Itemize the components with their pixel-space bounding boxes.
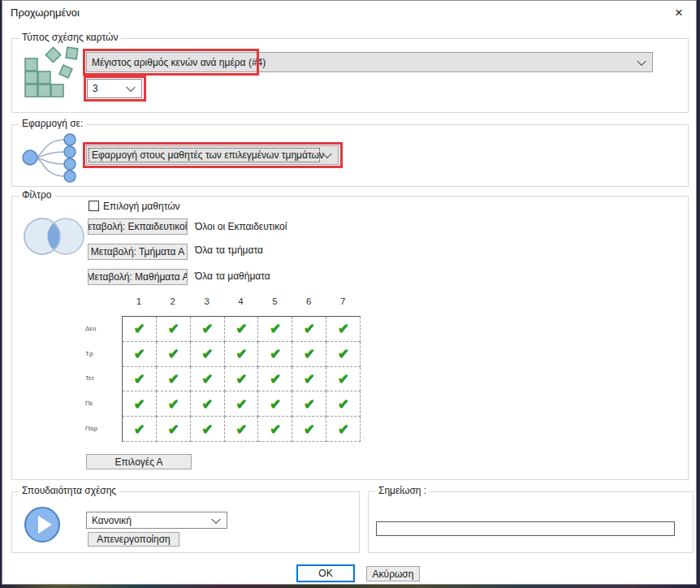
grid-column-header: 3 [190, 296, 224, 313]
check-icon: ✔ [337, 396, 348, 413]
grid-column-header: 7 [326, 296, 360, 313]
select-students-label: Επιλογή μαθητών [103, 201, 180, 212]
grid-cell[interactable]: ✔ [157, 391, 191, 417]
change-classes-button[interactable]: Μεταβολή: Τμήματα Α [88, 244, 188, 260]
classes-status: Όλα τα τμήματα [195, 244, 263, 256]
check-icon: ✔ [167, 396, 179, 413]
grid-cell[interactable]: ✔ [191, 417, 225, 442]
day-period-grid: ✔✔✔✔✔✔✔✔✔✔✔✔✔✔✔✔✔✔✔✔✔✔✔✔✔✔✔✔✔✔✔✔✔✔✔ [122, 316, 361, 442]
grid-cell[interactable]: ✔ [191, 317, 225, 342]
card-relation-group-label: Τύπος σχέσης καρτών [19, 32, 121, 43]
grid-cell[interactable]: ✔ [157, 417, 191, 442]
check-icon: ✔ [270, 421, 281, 438]
importance-select[interactable]: Κανονική [86, 512, 227, 529]
teachers-status: Όλοι οι Εκπαιδευτικοί [195, 221, 287, 232]
grid-cell[interactable]: ✔ [258, 391, 292, 417]
check-icon: ✔ [235, 345, 247, 362]
check-icon: ✔ [304, 370, 315, 387]
options-button[interactable]: Επιλογές Α [86, 454, 192, 469]
grid-cell[interactable]: ✔ [123, 317, 157, 342]
grid-cell[interactable]: ✔ [191, 342, 225, 367]
change-teachers-button[interactable]: Μεταβολή: Εκπαιδευτικοί Α [88, 218, 188, 235]
grid-cell[interactable]: ✔ [157, 367, 191, 392]
check-icon: ✔ [201, 396, 213, 413]
filter-group-label: Φίλτρο [19, 189, 54, 201]
check-icon: ✔ [270, 370, 281, 387]
grid-cell[interactable]: ✔ [258, 342, 292, 367]
check-icon: ✔ [133, 345, 145, 362]
check-icon: ✔ [304, 396, 315, 413]
grid-cell[interactable]: ✔ [191, 367, 225, 392]
grid-cell[interactable]: ✔ [123, 417, 157, 442]
grid-cell[interactable]: ✔ [258, 367, 292, 392]
advanced-dialog: Προχωρημένοι × Τύπος σχέσης καρτών Μέγισ… [2, 0, 697, 585]
check-icon: ✔ [133, 396, 145, 413]
gap-count-select[interactable]: 3 [87, 79, 142, 98]
check-icon: ✔ [133, 421, 145, 438]
grid-cell[interactable]: ✔ [326, 342, 361, 367]
grid-row-label: Πε [85, 391, 121, 416]
grid-cell[interactable]: ✔ [225, 342, 259, 367]
grid-cell[interactable]: ✔ [157, 342, 191, 367]
grid-cell[interactable]: ✔ [292, 391, 326, 417]
grid-row-label: Παρ [85, 416, 121, 441]
grid-cell[interactable]: ✔ [326, 391, 361, 417]
apply-to-group-label: Εφαρμογή σε: [19, 118, 86, 129]
grid-cell[interactable]: ✔ [225, 417, 259, 442]
card-relation-group: Τύπος σχέσης καρτών [11, 38, 689, 113]
check-icon: ✔ [304, 421, 315, 438]
grid-cell[interactable]: ✔ [258, 417, 292, 442]
note-group-label: Σημείωση : [375, 485, 430, 496]
grid-cell[interactable]: ✔ [292, 342, 326, 367]
grid-cell[interactable]: ✔ [225, 367, 259, 392]
grid-cell[interactable]: ✔ [326, 417, 361, 442]
play-icon [23, 505, 62, 547]
grid-cell[interactable]: ✔ [123, 391, 157, 417]
ok-button[interactable]: OK [296, 564, 355, 582]
grid-cell[interactable]: ✔ [292, 417, 326, 442]
check-icon: ✔ [201, 421, 213, 438]
chevron-down-icon [211, 514, 220, 523]
check-icon: ✔ [337, 320, 348, 337]
chevron-down-icon [637, 56, 646, 65]
grid-cell[interactable]: ✔ [326, 317, 361, 342]
check-icon: ✔ [235, 370, 247, 387]
grid-cell[interactable]: ✔ [191, 391, 225, 417]
check-icon: ✔ [337, 421, 348, 438]
select-students-checkbox[interactable] [89, 201, 99, 211]
focus-rect [89, 148, 320, 162]
check-icon: ✔ [167, 370, 179, 387]
gap-count-value: 3 [93, 83, 98, 94]
close-icon[interactable]: × [663, 2, 694, 24]
change-lessons-button[interactable]: Μεταβολή: Μαθήματα Α [88, 269, 188, 285]
grid-cell[interactable]: ✔ [326, 367, 361, 392]
grid-column-header: 4 [224, 296, 258, 313]
grid-cell[interactable]: ✔ [123, 342, 157, 367]
check-icon: ✔ [167, 320, 179, 337]
grid-cell[interactable]: ✔ [157, 317, 191, 342]
grid-cell[interactable]: ✔ [292, 317, 326, 342]
grid-column-header: 2 [156, 296, 190, 313]
check-icon: ✔ [270, 320, 281, 337]
importance-group-label: Σπουδαιότητα σχέσης [19, 485, 119, 496]
grid-cell[interactable]: ✔ [258, 317, 292, 342]
cancel-button[interactable]: Ακύρωση [366, 566, 420, 582]
check-icon: ✔ [235, 421, 247, 438]
check-icon: ✔ [304, 345, 315, 362]
relation-type-value: Μέγιστος αριθμός κενών ανά ημέρα (#4) [92, 57, 266, 68]
chevron-down-icon [322, 149, 331, 158]
grid-cell[interactable]: ✔ [225, 391, 259, 417]
apply-to-select[interactable]: Εφαρμογή στους μαθητές των επιλεγμένων τ… [86, 145, 339, 165]
note-input[interactable] [376, 521, 675, 536]
disable-button[interactable]: Απενεργοποίηση [88, 532, 179, 547]
chevron-down-icon [126, 83, 135, 92]
check-icon: ✔ [167, 345, 179, 362]
grid-cell[interactable]: ✔ [123, 367, 157, 392]
grid-cell[interactable]: ✔ [292, 367, 326, 392]
grid-column-header: 1 [122, 296, 156, 313]
hierarchy-icon [20, 132, 82, 186]
relation-type-select[interactable]: Μέγιστος αριθμός κενών ανά ημέρα (#4) [86, 52, 653, 72]
grid-cell[interactable]: ✔ [225, 317, 259, 342]
grid-row-label: Δευ [85, 316, 121, 341]
check-icon: ✔ [167, 421, 179, 438]
